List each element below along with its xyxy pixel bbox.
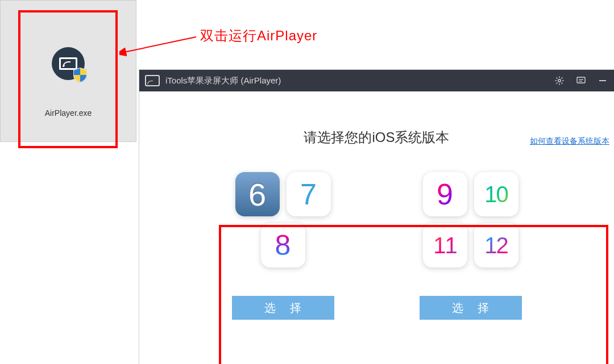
ios-version-tile-10[interactable]: 10 bbox=[474, 172, 518, 216]
window-titlebar: iTools苹果录屏大师 (AirPlayer) bbox=[139, 70, 614, 91]
window-title: iTools苹果录屏大师 (AirPlayer) bbox=[165, 76, 554, 86]
window-body: 如何查看设备系统版本 请选择您的iOS系统版本 678 选 择 9101112 … bbox=[139, 128, 614, 364]
version-tiles-modern: 9101112 bbox=[420, 172, 522, 267]
ios-version-tile-12[interactable]: 12 bbox=[474, 223, 518, 267]
ios-version-tile-6[interactable]: 6 bbox=[235, 172, 280, 216]
svg-line-7 bbox=[557, 78, 558, 79]
ios-version-tile-8[interactable]: 8 bbox=[261, 223, 305, 267]
airplayer-app-icon bbox=[52, 47, 85, 80]
select-button-modern[interactable]: 选 择 bbox=[420, 296, 522, 320]
app-titlebar-icon bbox=[145, 75, 160, 86]
airplayer-executable-icon[interactable]: AirPlayer.exe bbox=[45, 24, 92, 118]
desktop-area: AirPlayer.exe bbox=[0, 0, 136, 142]
settings-icon[interactable] bbox=[554, 75, 565, 86]
svg-line-10 bbox=[562, 78, 563, 79]
ios-version-tile-9[interactable]: 9 bbox=[423, 172, 467, 216]
minimize-icon[interactable] bbox=[597, 75, 608, 86]
version-group-legacy: 678 选 择 bbox=[232, 172, 334, 320]
version-tiles-legacy: 678 bbox=[232, 172, 334, 267]
version-group-modern: 9101112 选 择 bbox=[420, 172, 522, 320]
svg-point-2 bbox=[558, 80, 561, 82]
ios-version-tile-7[interactable]: 7 bbox=[287, 172, 331, 216]
ios-version-tile-11[interactable]: 11 bbox=[423, 223, 467, 267]
svg-line-8 bbox=[562, 83, 563, 84]
icon-filename-label: AirPlayer.exe bbox=[45, 108, 92, 118]
select-button-legacy[interactable]: 选 择 bbox=[232, 296, 334, 320]
annotation-label: 双击运行AirPlayer bbox=[200, 27, 317, 45]
svg-rect-11 bbox=[577, 77, 585, 83]
help-link[interactable]: 如何查看设备系统版本 bbox=[530, 136, 609, 147]
uac-shield-icon bbox=[73, 68, 87, 82]
feedback-icon[interactable] bbox=[575, 75, 587, 86]
svg-line-9 bbox=[557, 83, 558, 84]
airplayer-window: iTools苹果录屏大师 (AirPlayer) 如何查看设备系统版本 请选择您… bbox=[139, 70, 614, 364]
